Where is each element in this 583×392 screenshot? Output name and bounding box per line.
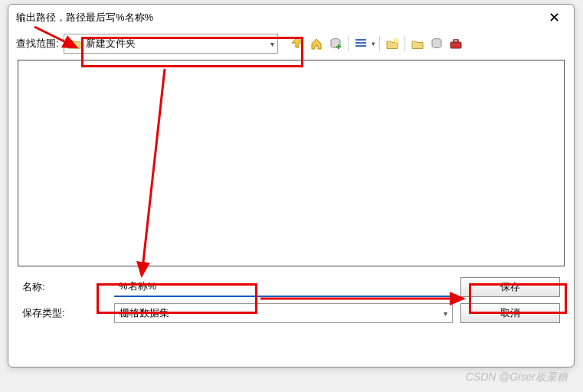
svg-rect-3 <box>355 45 366 47</box>
chevron-down-icon: ▾ <box>270 40 274 48</box>
lookin-label: 查找范围: <box>16 37 59 51</box>
connect-folder-icon[interactable] <box>327 35 344 52</box>
new-folder-icon[interactable] <box>384 35 401 52</box>
svg-rect-1 <box>355 39 366 41</box>
save-button[interactable]: 保存 <box>460 277 560 297</box>
type-label: 保存类型: <box>22 306 106 320</box>
dialog-title: 输出路径，路径最后写%名称% <box>16 11 153 24</box>
separator <box>348 36 349 51</box>
up-level-icon[interactable] <box>289 35 306 52</box>
open-folder-icon[interactable] <box>409 35 426 52</box>
svg-rect-6 <box>450 42 461 48</box>
home-icon[interactable] <box>308 35 325 52</box>
filename-input[interactable] <box>114 277 453 297</box>
view-chevron-icon[interactable]: ▾ <box>372 40 375 47</box>
separator <box>379 36 380 51</box>
chevron-down-icon: ▾ <box>444 309 447 318</box>
bottom-controls: 名称: 保存 保存类型: 栅格数据集 ▾ 取消 <box>8 268 574 323</box>
toolbar-row: 查找范围: 新建文件夹 ▾ ▾ <box>8 31 574 58</box>
list-view-icon[interactable] <box>352 35 369 52</box>
database-icon[interactable] <box>428 35 445 52</box>
toolbox-icon[interactable] <box>447 35 464 52</box>
toolbar-icons: ▾ <box>289 35 464 52</box>
lookin-value: 新建文件夹 <box>86 37 270 51</box>
watermark-text: CSDN @Giser板栗糖 <box>466 371 568 384</box>
cancel-button[interactable]: 取消 <box>460 303 560 323</box>
folder-icon <box>67 38 81 49</box>
lookin-dropdown[interactable]: 新建文件夹 ▾ <box>64 34 278 54</box>
close-icon[interactable]: ✕ <box>542 9 566 26</box>
titlebar: 输出路径，路径最后写%名称% ✕ <box>8 5 574 31</box>
save-type-value: 栅格数据集 <box>120 306 169 320</box>
save-dialog: 输出路径，路径最后写%名称% ✕ 查找范围: 新建文件夹 ▾ ▾ 名称: 保存 <box>8 4 575 368</box>
file-list-area[interactable] <box>18 60 565 266</box>
name-label: 名称: <box>22 280 106 294</box>
save-type-dropdown[interactable]: 栅格数据集 ▾ <box>114 303 453 323</box>
svg-point-4 <box>394 38 398 43</box>
svg-rect-7 <box>454 40 458 42</box>
svg-rect-2 <box>355 42 366 44</box>
separator <box>404 36 405 51</box>
